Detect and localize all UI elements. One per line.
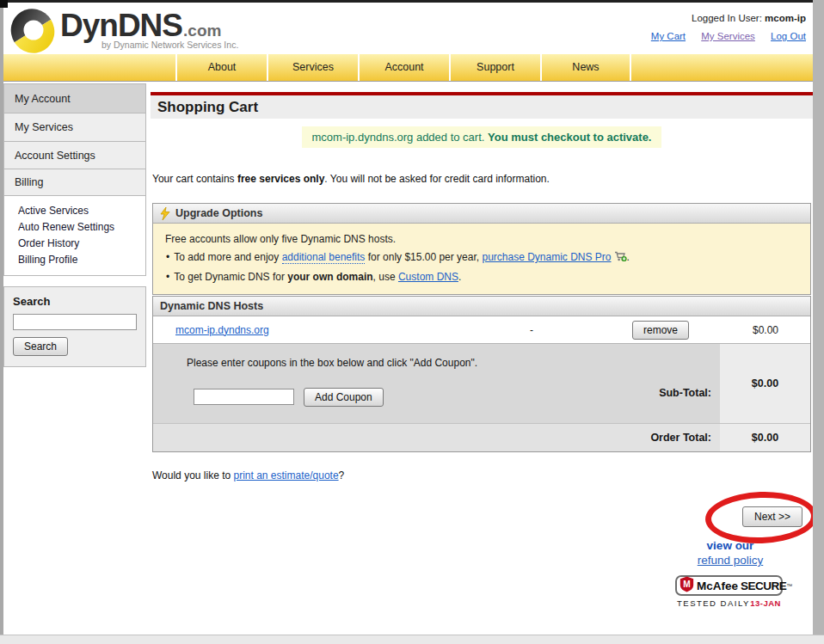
coupon-section: Please enter coupons in the box below an… — [153, 343, 810, 423]
log-out-link[interactable]: Log Out — [771, 31, 806, 41]
logged-in-username: mcom-ip — [765, 13, 806, 23]
main-nav: About Services Account Support News — [3, 54, 813, 82]
nav-item-news[interactable]: News — [540, 54, 631, 81]
sidebar-item-account-settings[interactable]: Account Settings — [3, 141, 146, 169]
view-our-text: view our — [673, 539, 787, 552]
sidebar-item-billing-profile[interactable]: Billing Profile — [4, 251, 145, 267]
dyndns-shopping-cart-page: DynDNS .com by Dynamic Network Services … — [0, 0, 824, 644]
dyndns-swirl-icon — [10, 8, 55, 58]
mcafee-brand-text: McAfee — [697, 580, 738, 592]
purchase-dyndns-pro-link[interactable]: purchase Dynamic DNS Pro — [482, 251, 611, 263]
host-detail-dash: - — [463, 324, 600, 336]
lightning-icon — [160, 207, 170, 220]
refund-policy-link[interactable]: refund policy — [698, 554, 764, 567]
window-right-border[interactable] — [813, 0, 824, 644]
order-total-value: $0.00 — [720, 423, 810, 451]
window-left-border — [0, 0, 3, 644]
logged-in-label: Logged In User: — [692, 13, 762, 23]
estimate-line: Would you like to print an estimate/quot… — [152, 469, 344, 481]
order-total-row: Order Total: $0.00 — [153, 423, 810, 451]
coupon-instruction: Please enter coupons in the box below an… — [187, 357, 477, 369]
subtotal-value: $0.00 — [720, 344, 810, 423]
sidebar-item-order-history[interactable]: Order History — [4, 235, 145, 251]
nav-item-support[interactable]: Support — [449, 54, 540, 81]
dynamic-dns-hosts-header: Dynamic DNS Hosts — [153, 297, 810, 316]
dyndns-logo[interactable]: DynDNS .com by Dynamic Network Services … — [10, 8, 238, 58]
page-title: Shopping Cart — [151, 95, 813, 116]
remove-button[interactable]: remove — [632, 321, 689, 340]
sidebar-item-billing[interactable]: Billing — [3, 169, 146, 196]
mcafee-tm: ™ — [786, 583, 792, 589]
sidebar-item-active-services[interactable]: Active Services — [4, 202, 145, 218]
next-button[interactable]: Next >> — [742, 506, 802, 527]
mcafee-secure-badge[interactable]: M McAfee SECURE ™ TESTED DAILY 13-JAN — [675, 575, 783, 608]
sidebar-search-box: Search Search — [3, 286, 146, 367]
window-bottom-bar — [0, 635, 824, 644]
nav-item-about[interactable]: About — [175, 54, 267, 81]
cart-notice-wrap: mcom-ip.dyndns.org added to cart. You mu… — [151, 126, 813, 148]
upgrade-bullet-1: To add more and enjoy additional benefit… — [165, 248, 798, 268]
sidebar-item-my-account[interactable]: My Account — [3, 83, 146, 113]
coupon-area: Please enter coupons in the box below an… — [153, 344, 720, 423]
account-links: My Cart My Services Log Out — [638, 31, 806, 41]
order-total-label: Order Total: — [153, 423, 720, 451]
search-input[interactable] — [13, 314, 137, 330]
host-link[interactable]: mcom-ip.dyndns.org — [175, 324, 269, 336]
tested-date: 13-JAN — [750, 598, 781, 608]
notice-text: mcom-ip.dyndns.org added to cart. — [312, 131, 489, 144]
logged-in-user: Logged In User: mcom-ip — [692, 13, 806, 23]
upgrade-bullet-2: To get Dynamic DNS for your own domain, … — [165, 268, 798, 286]
sidebar-item-my-services[interactable]: My Services — [3, 113, 146, 142]
tested-daily-text: TESTED DAILY — [677, 598, 750, 608]
coupon-input[interactable] — [194, 389, 294, 405]
free-services-note: Your cart contains free services only. Y… — [152, 173, 550, 185]
upgrade-options-header: Upgrade Options — [153, 204, 810, 224]
subtotal-label: Sub-Total: — [659, 387, 711, 399]
window-corner — [0, 0, 8, 8]
mcafee-secure-text: SECURE — [741, 580, 786, 592]
mcafee-tested-row: TESTED DAILY 13-JAN — [675, 598, 783, 608]
search-label: Search — [13, 295, 137, 308]
hosts-header-label: Dynamic DNS Hosts — [160, 300, 263, 312]
host-price: $0.00 — [721, 324, 810, 336]
custom-dns-link[interactable]: Custom DNS — [398, 271, 458, 283]
nav-item-account[interactable]: Account — [358, 54, 449, 81]
nav-item-services[interactable]: Services — [267, 54, 358, 81]
page-title-bar: Shopping Cart — [151, 95, 813, 119]
refund-policy-block: view our refund policy — [673, 539, 787, 567]
svg-text:M: M — [683, 579, 691, 588]
cart-item-row: mcom-ip.dyndns.org - remove $0.00 — [153, 316, 810, 343]
cart-table: Dynamic DNS Hosts mcom-ip.dyndns.org - r… — [152, 296, 811, 452]
logo-tagline: by Dynamic Network Services Inc. — [101, 40, 238, 50]
notice-bold-text: You must checkout to activate. — [488, 131, 651, 144]
window-top-border — [0, 0, 824, 3]
print-estimate-link[interactable]: print an estimate/quote — [234, 469, 339, 481]
upgrade-options-box: Upgrade Options Free accounts allow only… — [152, 203, 811, 295]
add-coupon-button[interactable]: Add Coupon — [304, 388, 384, 407]
billing-submenu: Active Services Auto Renew Settings Orde… — [3, 195, 146, 276]
search-button[interactable]: Search — [13, 337, 68, 356]
sidebar-item-auto-renew[interactable]: Auto Renew Settings — [4, 218, 145, 235]
cart-added-notice: mcom-ip.dyndns.org added to cart. You mu… — [302, 126, 662, 148]
mcafee-badge-box: M McAfee SECURE ™ — [675, 575, 783, 596]
mcafee-shield-icon: M — [679, 576, 694, 596]
upgrade-line-1: Free accounts allow only five Dynamic DN… — [165, 230, 798, 248]
logo-brand-text: DynDNS — [60, 8, 182, 44]
my-cart-link[interactable]: My Cart — [651, 31, 686, 41]
my-services-link[interactable]: My Services — [701, 31, 755, 41]
add-to-cart-icon[interactable] — [614, 250, 627, 268]
upgrade-options-body: Free accounts allow only five Dynamic DN… — [153, 224, 810, 294]
additional-benefits-link[interactable]: additional benefits — [282, 251, 366, 264]
upgrade-options-title: Upgrade Options — [175, 207, 262, 219]
logo-tld-text: .com — [183, 21, 221, 40]
